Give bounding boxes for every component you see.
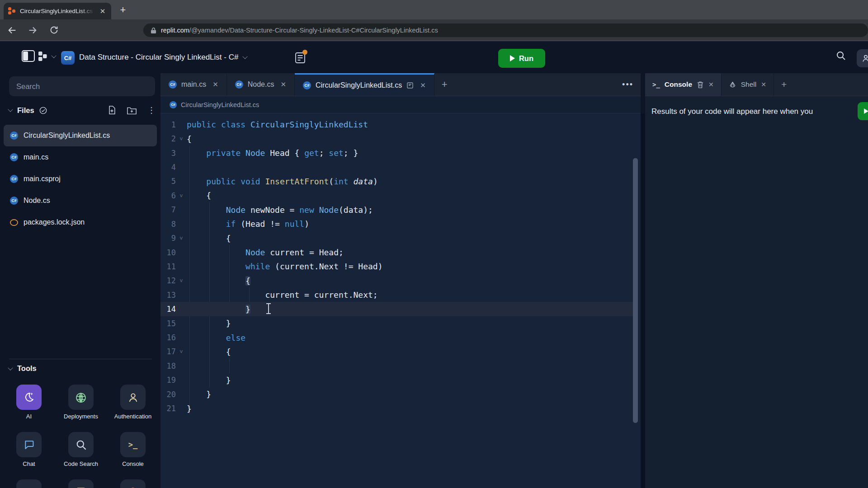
panel-resizer[interactable]: [641, 114, 645, 488]
browser-tab[interactable]: CircularSinglyLinkedList.cs - Data ✕: [4, 3, 111, 19]
tool-label: Authentication: [114, 413, 151, 420]
csharp-file-icon: C#: [10, 153, 18, 161]
new-tab-button[interactable]: +: [117, 4, 129, 17]
avatar[interactable]: [857, 49, 868, 67]
line-number: 20: [160, 390, 176, 399]
tab-label: Console: [665, 80, 692, 89]
line-number: 5: [160, 177, 176, 186]
tab-close-icon[interactable]: ✕: [212, 80, 218, 89]
csharp-file-icon: C#: [169, 80, 177, 89]
preview-icon[interactable]: [406, 82, 414, 89]
code-line: 5 public void InsertAtFront(int data): [160, 174, 641, 188]
chevron-down-icon: [51, 53, 56, 58]
console-tab-console[interactable]: >_Console✕: [645, 73, 722, 96]
code-line: 19 }: [160, 373, 641, 387]
tool-chat[interactable]: Chat: [16, 432, 42, 467]
url-bar[interactable]: replit.com/@yamandev/Data-Structure-Circ…: [143, 23, 868, 37]
chevron-down-icon[interactable]: [8, 107, 13, 112]
file-name: CircularSinglyLinkedList.cs: [24, 131, 110, 140]
kebab-menu-icon[interactable]: ⋮: [147, 105, 156, 115]
notification-dot: [302, 50, 307, 55]
tool-code-search[interactable]: Code Search: [68, 432, 94, 467]
history-icon[interactable]: [295, 52, 306, 64]
editor-tab[interactable]: C#Node.cs✕: [227, 73, 295, 96]
code-line: 3 private Node Head { get; set; }: [160, 146, 641, 160]
breadcrumb[interactable]: C# CircularSinglyLinkedList.cs: [160, 96, 641, 113]
run-button[interactable]: Run: [498, 49, 545, 68]
file-name: main.cs: [24, 153, 48, 161]
play-icon: [864, 108, 868, 114]
tab-close-icon[interactable]: ✕: [708, 81, 714, 88]
person-icon: [861, 53, 868, 63]
sidebar-toggle-icon[interactable]: [22, 50, 35, 62]
frame-icon: [75, 486, 87, 488]
fold-chevron-icon[interactable]: >: [176, 192, 187, 199]
fold-chevron-icon[interactable]: >: [176, 136, 187, 142]
fold-chevron-icon[interactable]: >: [176, 277, 187, 284]
line-number: 2: [160, 134, 176, 143]
search-placeholder: Search: [16, 82, 40, 91]
code-line: 17> {: [160, 345, 641, 359]
new-file-icon[interactable]: [108, 106, 116, 115]
console-run-button[interactable]: [858, 102, 868, 120]
tool-deployments[interactable]: Deployments: [68, 385, 94, 420]
editor-tabbar: C#main.cs✕C#Node.cs✕C#CircularSinglyLink…: [160, 73, 641, 96]
tools-label: Tools: [17, 364, 37, 373]
search-input[interactable]: Search: [9, 76, 155, 96]
new-editor-tab-button[interactable]: +: [434, 73, 455, 96]
replit-app: C# Data Structure - Circular Singly Link…: [0, 41, 868, 488]
code-line: 10 Node current = Head;: [160, 245, 641, 259]
editor-scrollbar[interactable]: [633, 158, 638, 423]
file-item[interactable]: C#main.cs: [4, 146, 157, 168]
tool-partial[interactable]: [16, 479, 42, 488]
line-number: 7: [160, 205, 176, 214]
line-number: 16: [160, 333, 176, 342]
code-line: 15 }: [160, 316, 641, 330]
new-console-tab-button[interactable]: +: [774, 73, 794, 96]
code-editor[interactable]: 1public class CircularSinglyLinkedList2>…: [160, 113, 641, 416]
file-item[interactable]: C#Node.cs: [4, 190, 157, 211]
workspace-title[interactable]: Data Structure - Circular Singly LinkedL…: [79, 41, 247, 73]
csharp-file-icon: C#: [303, 81, 311, 89]
tool-partial[interactable]: [120, 479, 146, 488]
editor-tab[interactable]: C#main.cs✕: [160, 73, 227, 96]
code-line: 12> {: [160, 274, 641, 288]
fold-chevron-icon[interactable]: >: [176, 235, 187, 241]
console-tabbar: >_Console✕Shell✕+: [645, 73, 868, 96]
check-circle-icon[interactable]: [39, 106, 47, 115]
tool-authentication[interactable]: Authentication: [120, 385, 146, 420]
back-icon[interactable]: [5, 23, 20, 38]
file-name: main.csproj: [24, 175, 61, 183]
console-tab-shell[interactable]: Shell✕: [722, 73, 774, 96]
file-item[interactable]: packages.lock.json: [4, 211, 157, 233]
text-cursor-icon: [266, 303, 271, 314]
csharp-file-icon: C#: [10, 131, 18, 140]
reload-icon[interactable]: [46, 23, 61, 38]
files-label: Files: [17, 106, 34, 115]
code-line: 16 else: [160, 330, 641, 344]
editor-tab[interactable]: C#CircularSinglyLinkedList.cs✕: [295, 73, 434, 96]
tab-close-icon[interactable]: ✕: [99, 7, 107, 15]
tool-console[interactable]: >_Console: [120, 432, 146, 467]
file-item[interactable]: C#CircularSinglyLinkedList.cs: [4, 125, 157, 146]
chevron-down-icon[interactable]: [8, 365, 13, 370]
tab-label: main.cs: [181, 80, 206, 89]
console-body: Results of your code will appear here wh…: [645, 96, 868, 488]
tab-close-icon[interactable]: ✕: [280, 80, 286, 89]
code-line: 9> {: [160, 231, 641, 245]
tool-label: Chat: [23, 460, 35, 467]
trash-icon[interactable]: [697, 81, 704, 89]
tab-close-icon[interactable]: ✕: [420, 81, 426, 89]
replit-logo-icon[interactable]: [38, 52, 56, 61]
file-item[interactable]: C#main.csproj: [4, 168, 157, 190]
fold-chevron-icon[interactable]: >: [176, 348, 187, 355]
tabbar-more-icon[interactable]: •••: [622, 73, 633, 96]
tool-ai[interactable]: AI: [16, 385, 42, 420]
tools-header: Tools: [6, 364, 37, 373]
tab-close-icon[interactable]: ✕: [761, 81, 766, 88]
new-folder-icon[interactable]: [127, 106, 137, 115]
forward-icon[interactable]: [25, 23, 40, 38]
tool-partial[interactable]: [68, 479, 94, 488]
search-icon[interactable]: [835, 50, 846, 61]
screen: CircularSinglyLinkedList.cs - Data ✕ + r…: [0, 0, 868, 488]
